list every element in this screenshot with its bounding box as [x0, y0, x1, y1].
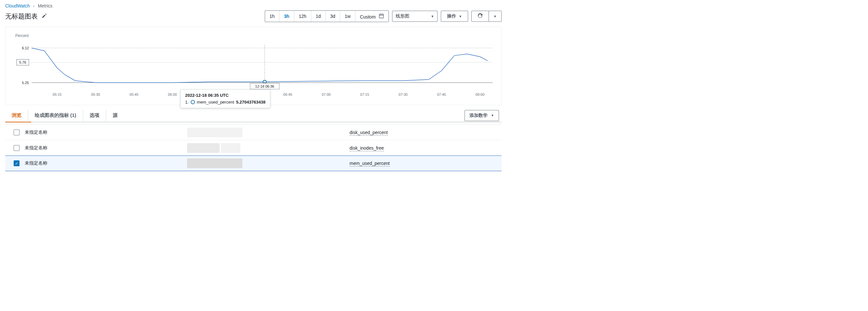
row-checkbox[interactable]: ✓ — [13, 160, 20, 166]
tooltip-series-dot-icon — [191, 100, 195, 104]
range-custom-label: Custom — [360, 14, 375, 20]
tooltip-value: 5.27043763438 — [236, 100, 266, 105]
chart-type-select[interactable]: 线形图 ▼ — [392, 11, 438, 22]
table-row[interactable]: 未指定名称 disk_inodes_free — [5, 140, 502, 156]
row-dimensions — [187, 128, 349, 137]
tab-options[interactable]: 选项 — [83, 110, 106, 121]
svg-text:06:45: 06:45 — [283, 93, 292, 96]
breadcrumb-root[interactable]: CloudWatch — [5, 3, 30, 8]
chart-tooltip: 2022-12-18 06:35 UTC 1. mem_used_percent… — [180, 89, 270, 108]
row-dimensions — [187, 159, 349, 168]
row-checkbox[interactable] — [13, 130, 20, 135]
actions-label: 操作 — [447, 13, 456, 19]
svg-text:07:00: 07:00 — [321, 93, 331, 96]
svg-text:5.25: 5.25 — [22, 81, 29, 85]
svg-text:08:00: 08:00 — [475, 93, 485, 96]
row-metric-name[interactable]: disk_used_percent — [349, 130, 388, 136]
range-1w[interactable]: 1w — [340, 11, 355, 22]
row-namespace: 未指定名称 — [25, 145, 187, 151]
tooltip-index: 1. — [185, 100, 189, 105]
svg-text:05:45: 05:45 — [130, 93, 139, 96]
time-range-group: 1h 3h 12h 1d 3d 1w Custom — [265, 10, 389, 22]
svg-text:12-18 06:36: 12-18 06:36 — [255, 84, 275, 88]
range-12h[interactable]: 12h — [294, 11, 311, 22]
add-math-button[interactable]: 添加数学 ▼ — [465, 110, 499, 121]
refresh-icon — [477, 13, 483, 20]
tooltip-time: 2022-12-18 06:35 UTC — [185, 93, 266, 98]
row-dimensions — [187, 143, 349, 153]
svg-rect-0 — [379, 14, 384, 18]
breadcrumb-current: Metrics — [38, 3, 52, 8]
table-row[interactable]: 未指定名称 disk_used_percent — [5, 124, 502, 140]
svg-text:07:15: 07:15 — [360, 93, 369, 96]
edit-title-icon[interactable] — [41, 13, 47, 20]
add-math-label: 添加数学 — [469, 113, 488, 118]
range-1h[interactable]: 1h — [265, 11, 280, 22]
chart-panel: Percent 6.125.765.2505:1505:3005:4506:00… — [5, 27, 502, 105]
refresh-menu-button[interactable]: ▼ — [489, 11, 502, 22]
row-checkbox[interactable] — [13, 145, 20, 151]
row-namespace: 未指定名称 — [25, 130, 187, 135]
chevron-right-icon: › — [33, 3, 35, 8]
range-3h[interactable]: 3h — [279, 11, 294, 22]
chevron-down-icon: ▼ — [459, 14, 462, 18]
metrics-table: 未指定名称 disk_used_percent 未指定名称 disk_inode… — [5, 124, 502, 171]
chevron-down-icon: ▼ — [431, 14, 434, 18]
chart-type-label: 线形图 — [396, 13, 409, 19]
breadcrumb: CloudWatch › Metrics — [0, 0, 507, 10]
range-3d[interactable]: 3d — [326, 11, 340, 22]
chart-y-label: Percent — [15, 33, 29, 38]
svg-text:05:30: 05:30 — [91, 93, 100, 96]
page-title: 无标题图表 — [5, 12, 38, 21]
tab-source[interactable]: 源 — [106, 110, 124, 121]
svg-text:05:15: 05:15 — [53, 93, 62, 96]
tabs: 浏览 绘成图表的指标 (1) 选项 源 — [5, 110, 124, 121]
row-metric-name[interactable]: disk_inodes_free — [349, 145, 384, 151]
row-namespace: 未指定名称 — [25, 160, 187, 166]
range-custom[interactable]: Custom — [355, 11, 389, 22]
calendar-icon — [379, 14, 384, 20]
svg-text:6.12: 6.12 — [22, 46, 29, 50]
tab-graphed[interactable]: 绘成图表的指标 (1) — [28, 110, 83, 121]
actions-button[interactable]: 操作 ▼ — [441, 11, 468, 22]
svg-text:5.76: 5.76 — [19, 60, 26, 64]
svg-text:06:00: 06:00 — [168, 93, 177, 96]
tab-browse[interactable]: 浏览 — [5, 110, 28, 121]
table-row[interactable]: ✓ 未指定名称 mem_used_percent — [5, 156, 502, 171]
svg-text:07:45: 07:45 — [437, 93, 446, 96]
chevron-down-icon: ▼ — [493, 14, 497, 18]
svg-text:07:30: 07:30 — [399, 93, 408, 96]
range-1d[interactable]: 1d — [311, 11, 326, 22]
tooltip-series-name: mem_used_percent — [197, 100, 234, 105]
row-metric-name[interactable]: mem_used_percent — [349, 161, 390, 167]
refresh-button[interactable] — [471, 11, 489, 22]
chevron-down-icon: ▼ — [491, 114, 494, 117]
